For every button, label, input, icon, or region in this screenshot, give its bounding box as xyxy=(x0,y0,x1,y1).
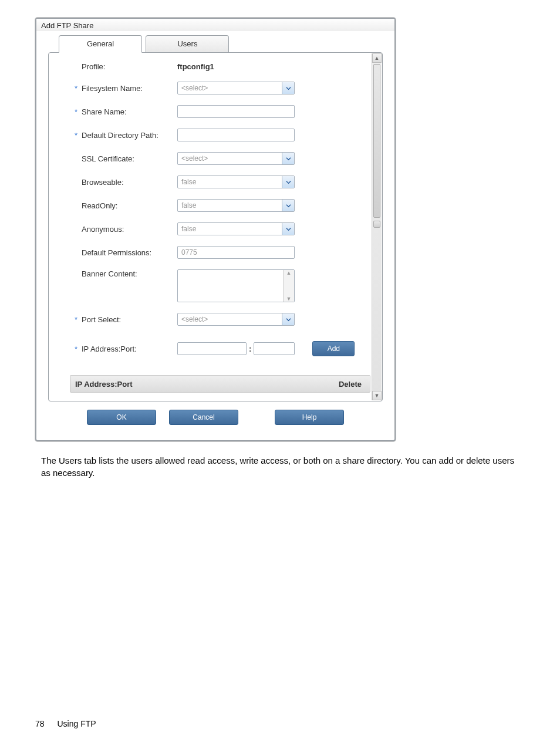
chevron-down-icon xyxy=(282,200,294,211)
scroll-up-arrow-icon[interactable]: ▲ xyxy=(372,53,382,63)
ok-button[interactable]: OK xyxy=(87,410,156,425)
cancel-button[interactable]: Cancel xyxy=(169,410,238,425)
tab-users[interactable]: Users xyxy=(146,35,229,52)
scroll-marker xyxy=(373,221,380,228)
caption-text: The Users tab lists the users allowed re… xyxy=(41,454,519,479)
ip-address-port-label: IP Address:Port: xyxy=(82,345,137,353)
help-button[interactable]: Help xyxy=(275,410,344,425)
readonly-select[interactable]: false xyxy=(177,199,295,212)
required-marker: * xyxy=(75,107,82,116)
browseable-select[interactable]: false xyxy=(177,175,295,188)
ip-address-port-list-header: IP Address:Port Delete xyxy=(70,375,370,393)
chevron-down-icon xyxy=(282,223,294,235)
banner-content-label: Banner Content: xyxy=(82,269,137,278)
panel-scrollbar[interactable]: ▲ ▼ xyxy=(372,53,382,400)
ip-port-separator: : xyxy=(249,345,251,353)
port-select[interactable]: <select> xyxy=(177,313,295,326)
banner-content-textarea[interactable]: ▲▼ xyxy=(177,269,295,302)
default-permissions-input[interactable]: 0775 xyxy=(177,246,295,259)
scroll-down-arrow-icon[interactable]: ▼ xyxy=(372,391,382,400)
profile-label: Profile: xyxy=(82,62,105,71)
default-directory-input[interactable] xyxy=(177,129,295,141)
chevron-down-icon xyxy=(282,82,294,94)
add-button[interactable]: Add xyxy=(312,341,355,356)
browseable-label: Browseable: xyxy=(82,178,124,187)
general-form: Profile: ftpconfig1 *Filesystem Name: <s… xyxy=(49,53,382,373)
profile-value: ftpconfig1 xyxy=(177,62,214,71)
scroll-thumb[interactable] xyxy=(373,64,380,218)
required-marker: * xyxy=(75,345,82,353)
anonymous-label: Anonymous: xyxy=(82,225,124,234)
chevron-down-icon xyxy=(282,153,294,164)
required-marker: * xyxy=(75,315,82,324)
anonymous-select[interactable]: false xyxy=(177,222,295,235)
textarea-scrollbar[interactable]: ▲▼ xyxy=(283,270,294,302)
filesystem-name-select[interactable]: <select> xyxy=(177,82,295,94)
port-select-label: Port Select: xyxy=(82,315,121,324)
tab-bar: General Users xyxy=(59,35,387,52)
tab-general[interactable]: General xyxy=(59,35,142,53)
default-permissions-label: Default Permissions: xyxy=(82,248,151,257)
default-directory-label: Default Directory Path: xyxy=(82,131,158,140)
ip-address-input[interactable] xyxy=(177,342,247,355)
dialog-title: Add FTP Share xyxy=(36,19,394,31)
readonly-label: ReadOnly: xyxy=(82,201,117,210)
list-header-delete[interactable]: Delete xyxy=(339,380,365,389)
add-ftp-share-dialog: Add FTP Share General Users Profile: ftp… xyxy=(35,18,396,441)
share-name-label: Share Name: xyxy=(82,107,127,116)
share-name-input[interactable] xyxy=(177,105,295,118)
dialog-footer: OK Cancel Help xyxy=(43,401,387,433)
ssl-certificate-select[interactable]: <select> xyxy=(177,152,295,165)
list-header-title: IP Address:Port xyxy=(75,380,339,389)
port-input[interactable] xyxy=(254,342,295,355)
chevron-down-icon xyxy=(282,313,294,325)
chevron-down-icon xyxy=(282,176,294,188)
filesystem-name-label: Filesystem Name: xyxy=(82,84,143,93)
required-marker: * xyxy=(75,131,82,140)
required-marker: * xyxy=(75,84,82,93)
ssl-certificate-label: SSL Certificate: xyxy=(82,154,134,163)
